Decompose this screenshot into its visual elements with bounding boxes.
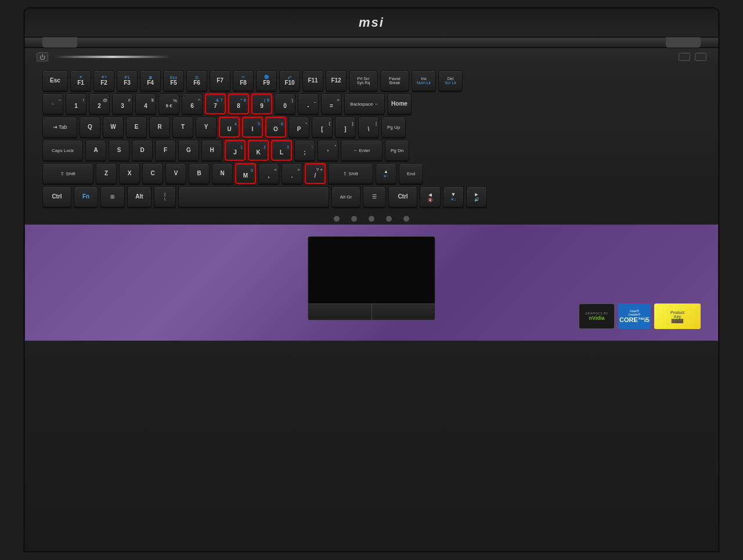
key-1[interactable]: !1 [66,93,86,114]
touchpad[interactable] [308,236,435,320]
key-uparrow[interactable]: ▲☀↑ [376,163,396,184]
key-rightarrow[interactable]: ►🔊 [466,186,487,207]
key-h[interactable]: H [201,140,222,161]
key-v[interactable]: V [165,163,186,184]
key-e[interactable]: E [126,117,147,138]
key-lshift[interactable]: ⇧ Shift [42,163,93,184]
key-8[interactable]: * 88 [228,93,249,114]
key-space[interactable] [178,186,329,207]
key-backslash2[interactable]: |\ [154,186,176,207]
hinge-right [666,37,701,48]
key-lctrl[interactable]: Ctrl [42,186,71,207]
key-comma[interactable]: <, [258,163,279,184]
key-minus[interactable]: _- [298,93,319,114]
key-leftarrow[interactable]: ◄🔇 [420,186,441,207]
key-y[interactable]: Y [196,117,217,138]
key-rctrl[interactable]: Ctrl [388,186,417,207]
key-2[interactable]: @2 [89,93,110,114]
key-g[interactable]: G [178,140,199,161]
key-alt[interactable]: Alt [127,186,152,207]
key-f8[interactable]: ✂F8 [233,70,254,91]
key-esc[interactable]: Esc [42,70,68,91]
key-rbracket[interactable]: }] [335,117,356,138]
key-f10[interactable]: z²F10 [279,70,300,91]
key-tab[interactable]: ⇥ Tab [42,117,77,138]
key-downarrow[interactable]: ▼☀↓ [443,186,464,207]
key-f6[interactable]: ΩF6 [186,70,207,91]
key-rshift[interactable]: ⇧ Shift [328,163,373,184]
key-4[interactable]: $4 [135,93,156,114]
key-altgr[interactable]: Alt Gr [331,186,360,207]
key-p[interactable]: *P [288,117,309,138]
key-quote[interactable]: "' [318,140,338,161]
key-enter[interactable]: ← Enter [341,140,383,161]
key-m[interactable]: 0M [235,163,256,184]
touchpad-right-button[interactable] [372,304,435,320]
key-f5[interactable]: EcoF5 [163,70,184,91]
key-home[interactable]: Home [387,93,412,114]
key-backslash[interactable]: |\ [358,117,379,138]
laptop-lid: msi [25,9,718,38]
key-j[interactable]: 1J [225,140,246,161]
touchpad-left-button[interactable] [308,304,372,320]
key-backspace[interactable]: Backspace ← [344,93,385,114]
key-o[interactable]: 6O [265,117,286,138]
key-w[interactable]: W [103,117,124,138]
key-3[interactable]: #3 [112,93,133,114]
touchpad-surface[interactable] [308,237,435,304]
key-capslock[interactable]: Caps Lock [42,140,83,161]
key-r[interactable]: R [149,117,170,138]
key-c[interactable]: C [142,163,163,184]
key-s[interactable]: S [109,140,129,161]
key-a[interactable]: A [85,140,106,161]
laptop-body: msi Esc ☀F1 ☀+F2 P1F3 🖥F4 Ec [23,7,720,552]
key-z[interactable]: Z [96,163,117,184]
key-slash[interactable]: ? +/ [305,163,326,184]
key-5[interactable]: %5 € [158,93,179,114]
key-u[interactable]: 4U [219,117,240,138]
led-hdd [386,216,392,222]
product-sticker: ProductKey▓▓▓▓ [654,304,701,329]
key-i[interactable]: 5I [242,117,263,138]
key-f7[interactable]: F7 [210,70,230,91]
power-light-bar [54,56,170,58]
key-pause[interactable]: PauseBreak [380,70,409,91]
key-b[interactable]: B [189,163,210,184]
key-backtick[interactable]: ~` [42,93,63,114]
key-f3[interactable]: P1F3 [117,70,138,91]
key-pgup[interactable]: Pg Up [381,117,406,138]
key-d[interactable]: D [132,140,153,161]
key-f[interactable]: F [155,140,176,161]
led-battery [351,216,357,222]
power-button[interactable] [37,52,48,62]
key-f9[interactable]: 🔵F9 [256,70,277,91]
key-n[interactable]: N [212,163,233,184]
key-pgdn[interactable]: Pg Dn [385,140,409,161]
key-equals[interactable]: += [321,93,342,114]
key-7[interactable]: & 77 [205,93,226,114]
key-l[interactable]: 3L [271,140,292,161]
key-f1[interactable]: ☀F1 [70,70,91,91]
key-fn[interactable]: Fn [74,186,98,207]
key-9[interactable]: ( 99 [251,93,272,114]
key-q[interactable]: Q [80,117,100,138]
key-f2[interactable]: ☀+F2 [93,70,114,91]
key-6[interactable]: ^6 [182,93,203,114]
key-0[interactable]: )0 [275,93,295,114]
key-semicolon[interactable]: :; [294,140,315,161]
key-k[interactable]: 2K [248,140,269,161]
key-win[interactable]: ⊞ [100,186,125,207]
key-f11[interactable]: F11 [302,70,323,91]
key-lbracket[interactable]: {[ [312,117,333,138]
key-prtsc[interactable]: Prt ScrSys Rq [349,70,378,91]
key-f12[interactable]: F12 [326,70,347,91]
intel-sticker: Intel® Inside® CORE™i5 [618,304,651,329]
key-f4[interactable]: 🖥F4 [140,70,161,91]
key-menu[interactable]: ☰ [363,186,386,207]
key-ins[interactable]: InsNum Lk [412,70,436,91]
key-del[interactable]: DelScr Lk [438,70,463,91]
key-x[interactable]: X [119,163,140,184]
key-t[interactable]: T [172,117,193,138]
key-end[interactable]: End [399,163,423,184]
key-period[interactable]: >. [282,163,302,184]
